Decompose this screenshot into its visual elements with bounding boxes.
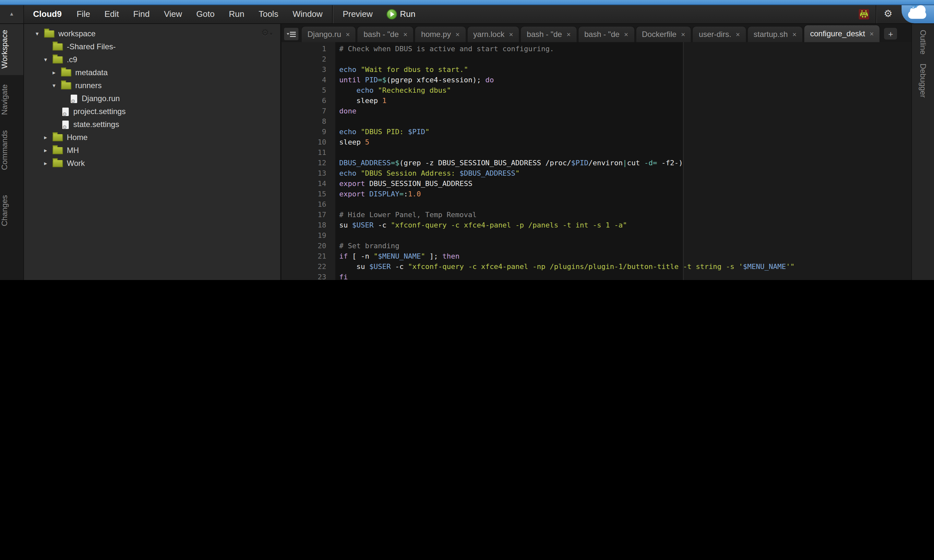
menu-item-edit[interactable]: Edit (97, 5, 126, 23)
code-line (335, 54, 911, 65)
close-tab-icon[interactable]: × (455, 31, 459, 38)
sidebar-tab-commands[interactable]: Commands (0, 124, 23, 177)
sidebar-tab-navigate[interactable]: Navigate (0, 78, 23, 122)
chevron-down-icon (287, 33, 289, 35)
menu-cloud9[interactable]: Cloud9 (24, 9, 69, 19)
play-icon (386, 9, 397, 19)
tree-item-home[interactable]: ▸Home (23, 131, 280, 144)
editor-tab-user-dirs[interactable]: user-dirs.× (692, 26, 746, 42)
close-tab-icon[interactable]: × (404, 31, 408, 38)
tree-item-metadata[interactable]: ▸metadata (23, 66, 280, 79)
menu-item-find[interactable]: Find (126, 5, 157, 23)
code-line: echo "Rechecking dbus" (335, 86, 911, 96)
editor-tab-dockerfile[interactable]: Dockerfile× (635, 26, 692, 42)
tree-item-project-settings[interactable]: ⚙project.settings (23, 105, 280, 118)
expand-arrow-icon[interactable]: ▾ (52, 82, 61, 89)
code-line: su $USER -c "xfconf-query -c xfce4-panel… (335, 262, 911, 272)
gutter[interactable]: 1234567891011121314151617181920212223242… (282, 42, 335, 280)
sidebar-tab-workspace[interactable]: Workspace (0, 23, 23, 75)
sidebar-tab-changes[interactable]: Changes (0, 188, 23, 232)
code-line: # Check when DBUS is active and start co… (335, 44, 911, 54)
panel-settings-gear-icon[interactable]: ⚙▾ (261, 27, 273, 38)
code-editor[interactable]: 1234567891011121314151617181920212223242… (282, 42, 911, 280)
code-line: export DBUS_SESSION_BUS_ADDRESS (335, 179, 911, 189)
line-number: 8 (282, 117, 335, 127)
right-rail-tab-debugger[interactable]: Debugger (919, 63, 928, 97)
run-button[interactable]: Run (380, 9, 422, 19)
code-pane[interactable]: # Check when DBUS is active and start co… (335, 42, 911, 280)
close-tab-icon[interactable]: × (346, 31, 350, 38)
preview-button[interactable]: Preview (336, 5, 380, 23)
tree-item-state-settings[interactable]: ⚙state.settings (23, 118, 280, 131)
editor-tab-label: bash - "de (584, 30, 620, 39)
close-tab-icon[interactable]: × (792, 31, 797, 38)
debugger-bug-icon[interactable] (858, 9, 869, 19)
tree-item-django-run[interactable]: ⚙Django.run (23, 92, 280, 105)
document-lines-icon (290, 31, 296, 37)
file-icon: ⚙ (71, 94, 77, 103)
line-number: 5 (282, 86, 335, 96)
tree-item-mh[interactable]: ▸MH (23, 144, 280, 157)
code-line: echo "DBUS PID: $PID" (335, 127, 911, 137)
folder-icon (52, 160, 63, 167)
editor-tab-home-py[interactable]: home.py× (415, 26, 466, 42)
close-tab-icon[interactable]: × (567, 31, 571, 38)
menu-items: FileEditFindViewGotoRunToolsWindow (69, 5, 330, 23)
close-tab-icon[interactable]: × (509, 31, 513, 38)
code-line: sleep 5 (335, 137, 911, 148)
line-number: 23 (282, 272, 335, 280)
code-line: done (335, 106, 911, 117)
window-top-strip (0, 0, 934, 5)
close-tab-icon[interactable]: × (681, 31, 685, 38)
tab-list-button[interactable] (284, 27, 299, 41)
right-rail-tab-outline[interactable]: Outline (919, 30, 928, 54)
line-number: 17 (282, 210, 335, 220)
tree-item-label: workspace (59, 29, 96, 38)
gear-badge-icon: ⚙ (62, 112, 67, 117)
line-number: 13 (282, 169, 335, 179)
editor-tab-bash-de[interactable]: bash - "de× (357, 26, 414, 42)
editor-tab-label: Dockerfile (642, 30, 677, 39)
tree-item-c9[interactable]: ▾.c9 (23, 53, 280, 66)
expand-arrow-icon[interactable]: ▸ (44, 147, 52, 154)
line-number: 10 (282, 137, 335, 148)
expand-arrow-icon[interactable]: ▸ (52, 69, 61, 76)
expand-arrow-icon[interactable]: ▸ (44, 160, 52, 166)
editor-console-column: Django.ru×bash - "de×home.py×yarn.lock×b… (282, 23, 911, 280)
collapse-menubar-button[interactable]: ▲ (0, 5, 24, 23)
folder-icon (52, 56, 63, 63)
editor-tab-startup-sh[interactable]: startup.sh× (747, 26, 803, 42)
settings-gear-icon[interactable]: ⚙ (875, 5, 900, 23)
folder-icon (61, 69, 71, 76)
code-line (335, 231, 911, 241)
editor-tab-yarn-lock[interactable]: yarn.lock× (467, 26, 519, 42)
editor-tab-label: startup.sh (754, 30, 788, 39)
close-tab-icon[interactable]: × (624, 31, 628, 38)
tree-item-shared-files[interactable]: -Shared Files- (23, 40, 280, 53)
editor-tab-label: configure_deskt (810, 29, 865, 38)
editor-tab-django-ru[interactable]: Django.ru× (301, 26, 356, 42)
cloud-icon (908, 11, 926, 19)
menu-item-goto[interactable]: Goto (189, 5, 222, 23)
line-number: 6 (282, 96, 335, 106)
menu-item-view[interactable]: View (157, 5, 189, 23)
new-tab-button[interactable]: + (883, 27, 898, 40)
tree-item-workspace[interactable]: ▾workspace (23, 27, 280, 40)
menu-item-file[interactable]: File (69, 5, 97, 23)
menu-item-run[interactable]: Run (222, 5, 252, 23)
expand-arrow-icon[interactable]: ▾ (35, 31, 44, 37)
menu-item-tools[interactable]: Tools (251, 5, 285, 23)
tree-item-runners[interactable]: ▾runners (23, 79, 280, 92)
editor-tab-bash-de[interactable]: bash - "de× (520, 26, 577, 42)
menu-item-window[interactable]: Window (285, 5, 330, 23)
editor-tabs: Django.ru×bash - "de×home.py×yarn.lock×b… (301, 23, 881, 42)
file-icon: ⚙ (62, 107, 69, 116)
close-tab-icon[interactable]: × (869, 30, 874, 38)
tree-item-work[interactable]: ▸Work (23, 157, 280, 170)
expand-arrow-icon[interactable]: ▾ (44, 56, 52, 63)
editor-tab-bash-de[interactable]: bash - "de× (578, 26, 635, 42)
line-number: 14 (282, 179, 335, 189)
expand-arrow-icon[interactable]: ▸ (44, 134, 52, 141)
close-tab-icon[interactable]: × (736, 31, 740, 38)
editor-tab-configure-deskt[interactable]: configure_deskt× (804, 25, 880, 42)
